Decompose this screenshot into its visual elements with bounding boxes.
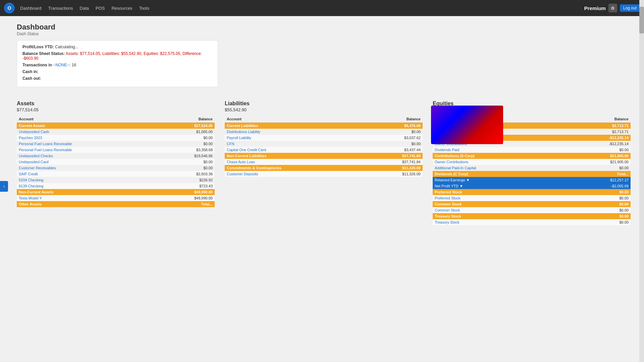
cell-balance: $723.43 [159,183,215,189]
nav-data[interactable]: Data [80,6,89,11]
table-row[interactable]: Dividends Paid$0.00 [433,147,631,153]
table-row[interactable]: Retained Earnings ▼$12,257.17 [433,177,631,183]
cell-account[interactable]: Capital One Credit Card [225,147,368,153]
cell-account[interactable]: Preferred Stock [433,195,568,201]
cell-account[interactable]: 5204 Checking [17,177,159,183]
cell-account: Non-Current Assets [17,189,159,195]
table-row[interactable]: 8139 Checking$723.43 [17,183,215,189]
cell-account[interactable]: Common Stock [433,207,568,213]
cell-account[interactable]: Tesla Model Y [17,195,159,201]
cell-account[interactable]: Customer Receivables [17,165,159,171]
cell-account[interactable]: Chase Auto Loan [225,159,368,165]
nav-pos[interactable]: POS [96,6,105,11]
table-row[interactable]: Paychex 2023$0.00 [17,135,215,141]
table-row[interactable]: Common Stock$0.00 [433,207,631,213]
table-row: Common Stock$0.00 [433,201,631,207]
liabilities-total: $55,542.90 [225,107,423,112]
cell-account[interactable]: Undeposited Checks [17,153,159,159]
cell-balance: $3,037.62 [368,135,423,141]
table-row[interactable]: Undeposited Card$0.00 [17,159,215,165]
cell-account[interactable]: Personal Fuel Loans Receivable [17,141,159,147]
table-row[interactable]: Preferred Stock$0.00 [433,195,631,201]
cell-account[interactable]: Undeposited Cash [17,129,159,135]
assets-title: Assets [17,101,215,107]
sidebar-toggle[interactable]: › [0,181,8,192]
nav-dashboard[interactable]: Dashboard [20,6,42,11]
cell-balance: $21,905.00 [568,153,631,159]
cell-account: Retained Earnings ▼ [433,177,568,183]
cell-account: Net Profit YTD ▼ [433,183,568,189]
cell-account: Common Stock [433,201,568,207]
cell-balance: $0.00 [568,213,631,219]
nav-resources[interactable]: Resources [111,6,132,11]
cell-account[interactable]: 8139 Checking [17,183,159,189]
table-row[interactable]: Tesla Model Y$49,990.00 [17,195,215,201]
table-row[interactable]: Capital One Credit Card$3,437.44 [225,147,423,153]
nav-tools[interactable]: Tools [139,6,149,11]
profit-loss-label: Profit/Loss YTD: [22,45,54,49]
table-row[interactable]: Personal Fuel Loans Receivable$0.00 [17,141,215,147]
table-row[interactable]: Undeposited Checks$19,546.66 [17,153,215,159]
cell-account[interactable]: Payroll Liability [225,135,368,141]
table-row[interactable]: Owner Contributions$21,905.00 [433,159,631,165]
cell-balance: $0.00 [368,129,423,135]
logo-icon: O [8,5,11,11]
cell-account[interactable]: CFN [225,141,368,147]
cell-account[interactable]: Customer Deposits [225,171,368,177]
cell-account[interactable]: Treasury Stock [433,219,568,225]
table-row[interactable]: Treasury Stock$0.00 [433,219,631,225]
navbar-right: Premium ⚙ Log out [584,4,640,12]
table-row[interactable]: Net Profit YTD ▼-$2,065.69 [433,183,631,189]
page-title: Dashboard [17,23,631,32]
cell-balance: $3,437.44 [368,147,423,153]
table-row[interactable]: 5204 Checking$226.92 [17,177,215,183]
logout-button[interactable]: Log out [620,4,640,12]
cell-account[interactable]: Owner Contributions [433,159,568,165]
assets-col-account: Account [17,116,159,123]
main-content: Dashboard Dash Status Profit/Loss YTD: C… [3,16,644,232]
table-row[interactable]: CFN$0.00 [225,141,423,147]
table-row[interactable]: Distributions Liability$0.00 [225,129,423,135]
cell-balance: $0.00 [568,147,631,153]
scrollbar-thumb[interactable] [639,7,644,34]
cell-balance: $2,603.36 [159,171,215,177]
cell-balance: -$2,065.69 [568,183,631,189]
scrollbar[interactable] [639,0,644,362]
table-row[interactable]: Customer Receivables$0.00 [17,165,215,171]
cell-account[interactable]: Undeposited Card [17,159,159,165]
table-row[interactable]: Undeposited Cash$1,065.00 [17,129,215,135]
cash-out-label: Cash out: [22,76,41,81]
cell-balance: Total... [159,201,215,207]
cash-in-label: Cash in: [22,69,38,74]
premium-label: Premium [584,5,606,11]
table-row[interactable]: Chase Auto Loan$37,741.84 [225,159,423,165]
table-row: Current Assets$27,524.05 [17,123,215,129]
cell-balance: $0.00 [568,207,631,213]
cell-account[interactable]: Personal Fuel Loans Receivable [17,147,159,153]
cell-balance: $0.00 [568,201,631,207]
table-row[interactable]: Customer Deposits$11,326.00 [225,171,423,177]
cell-account[interactable]: SAIF Credit [17,171,159,177]
nav-transactions[interactable]: Transactions [48,6,73,11]
cell-balance: $6,475.06 [368,123,423,129]
cell-balance: $226.92 [159,177,215,183]
cell-balance: $0.00 [568,219,631,225]
gear-button[interactable]: ⚙ [608,4,617,12]
cell-balance: $2,713.71 [568,129,631,135]
table-row[interactable]: Payroll Liability$3,037.62 [225,135,423,141]
cell-balance: $49,990.00 [159,195,215,201]
cell-account[interactable]: Dividends Paid [433,147,568,153]
cell-account[interactable]: Paychex 2023 [17,135,159,141]
transactions-row: Transactions in ~NONE~: 16 [22,63,212,67]
cell-account[interactable]: Additional Paid-In Capital [433,165,568,171]
cell-account: Non-Current Liabilities [225,153,368,159]
transactions-link[interactable]: ~NONE~ [53,63,69,67]
cell-balance: Total... [568,171,631,177]
table-row[interactable]: SAIF Credit$2,603.36 [17,171,215,177]
cell-account: Commitments & Contingencies [225,165,368,171]
cell-account[interactable]: Distributions Liability [225,129,368,135]
table-row[interactable]: Personal Fuel Loans Receivable$3,358.68 [17,147,215,153]
table-row[interactable]: Additional Paid-In Capital$0.00 [433,165,631,171]
cell-balance: $27,524.05 [159,123,215,129]
cell-balance: $0.00 [568,165,631,171]
